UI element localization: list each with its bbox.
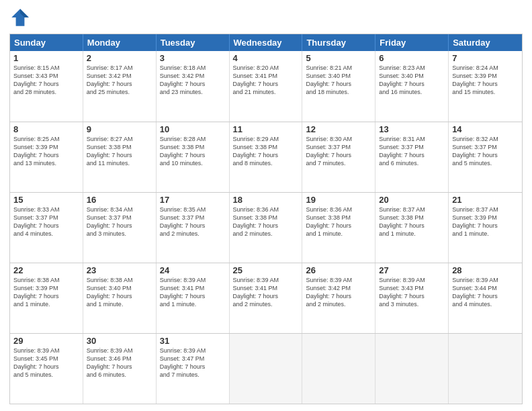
weekday-header-tuesday: Tuesday bbox=[157, 34, 230, 51]
day-cell-19: 19Sunrise: 8:36 AM Sunset: 3:38 PM Dayli… bbox=[302, 193, 375, 263]
day-number: 18 bbox=[233, 195, 299, 205]
day-info: Sunrise: 8:39 AM Sunset: 3:45 PM Dayligh… bbox=[13, 347, 79, 379]
day-number: 26 bbox=[306, 265, 371, 275]
day-cell-20: 20Sunrise: 8:37 AM Sunset: 3:38 PM Dayli… bbox=[375, 193, 449, 263]
day-info: Sunrise: 8:23 AM Sunset: 3:40 PM Dayligh… bbox=[379, 64, 445, 97]
day-info: Sunrise: 8:38 AM Sunset: 3:39 PM Dayligh… bbox=[13, 276, 79, 309]
day-cell-empty bbox=[230, 334, 303, 404]
day-cell-27: 27Sunrise: 8:39 AM Sunset: 3:43 PM Dayli… bbox=[375, 263, 449, 333]
day-number: 12 bbox=[306, 124, 371, 134]
day-info: Sunrise: 8:28 AM Sunset: 3:38 PM Dayligh… bbox=[160, 135, 226, 168]
calendar-body: 1Sunrise: 8:15 AM Sunset: 3:43 PM Daylig… bbox=[10, 51, 522, 404]
calendar: SundayMondayTuesdayWednesdayThursdayFrid… bbox=[9, 34, 523, 404]
day-number: 10 bbox=[160, 124, 226, 134]
day-cell-21: 21Sunrise: 8:37 AM Sunset: 3:39 PM Dayli… bbox=[449, 193, 522, 263]
day-cell-29: 29Sunrise: 8:39 AM Sunset: 3:45 PM Dayli… bbox=[10, 334, 83, 404]
day-cell-8: 8Sunrise: 8:25 AM Sunset: 3:39 PM Daylig… bbox=[10, 122, 83, 192]
header bbox=[9, 7, 523, 28]
day-info: Sunrise: 8:39 AM Sunset: 3:42 PM Dayligh… bbox=[306, 276, 371, 309]
day-number: 15 bbox=[13, 195, 79, 205]
day-info: Sunrise: 8:36 AM Sunset: 3:38 PM Dayligh… bbox=[306, 205, 371, 238]
day-cell-24: 24Sunrise: 8:39 AM Sunset: 3:41 PM Dayli… bbox=[157, 263, 230, 333]
day-number: 20 bbox=[379, 195, 445, 205]
day-cell-empty bbox=[449, 334, 522, 404]
day-number: 2 bbox=[87, 53, 152, 63]
day-cell-6: 6Sunrise: 8:23 AM Sunset: 3:40 PM Daylig… bbox=[375, 51, 449, 122]
page: SundayMondayTuesdayWednesdayThursdayFrid… bbox=[0, 0, 532, 411]
day-number: 29 bbox=[13, 336, 79, 346]
weekday-header-thursday: Thursday bbox=[302, 34, 375, 51]
day-cell-14: 14Sunrise: 8:32 AM Sunset: 3:37 PM Dayli… bbox=[449, 122, 522, 192]
day-cell-12: 12Sunrise: 8:30 AM Sunset: 3:37 PM Dayli… bbox=[302, 122, 375, 192]
day-info: Sunrise: 8:36 AM Sunset: 3:38 PM Dayligh… bbox=[233, 205, 299, 238]
day-cell-30: 30Sunrise: 8:39 AM Sunset: 3:46 PM Dayli… bbox=[83, 334, 157, 404]
week-row-4: 22Sunrise: 8:38 AM Sunset: 3:39 PM Dayli… bbox=[10, 263, 522, 333]
day-cell-15: 15Sunrise: 8:33 AM Sunset: 3:37 PM Dayli… bbox=[10, 193, 83, 263]
day-info: Sunrise: 8:37 AM Sunset: 3:39 PM Dayligh… bbox=[452, 205, 519, 238]
day-cell-5: 5Sunrise: 8:21 AM Sunset: 3:40 PM Daylig… bbox=[302, 51, 375, 122]
day-number: 19 bbox=[306, 195, 371, 205]
day-cell-16: 16Sunrise: 8:34 AM Sunset: 3:37 PM Dayli… bbox=[83, 193, 157, 263]
day-cell-25: 25Sunrise: 8:39 AM Sunset: 3:41 PM Dayli… bbox=[230, 263, 303, 333]
day-number: 3 bbox=[160, 53, 226, 63]
week-row-3: 15Sunrise: 8:33 AM Sunset: 3:37 PM Dayli… bbox=[10, 192, 522, 263]
day-cell-23: 23Sunrise: 8:38 AM Sunset: 3:40 PM Dayli… bbox=[83, 263, 157, 333]
day-info: Sunrise: 8:39 AM Sunset: 3:47 PM Dayligh… bbox=[160, 347, 226, 379]
day-info: Sunrise: 8:39 AM Sunset: 3:44 PM Dayligh… bbox=[452, 276, 519, 309]
day-number: 17 bbox=[160, 195, 226, 205]
day-info: Sunrise: 8:35 AM Sunset: 3:37 PM Dayligh… bbox=[160, 205, 226, 238]
day-number: 7 bbox=[452, 53, 519, 63]
week-row-5: 29Sunrise: 8:39 AM Sunset: 3:45 PM Dayli… bbox=[10, 333, 522, 404]
day-info: Sunrise: 8:31 AM Sunset: 3:37 PM Dayligh… bbox=[379, 135, 445, 168]
day-info: Sunrise: 8:27 AM Sunset: 3:38 PM Dayligh… bbox=[87, 135, 152, 168]
day-info: Sunrise: 8:39 AM Sunset: 3:46 PM Dayligh… bbox=[87, 347, 152, 379]
day-info: Sunrise: 8:34 AM Sunset: 3:37 PM Dayligh… bbox=[87, 205, 152, 238]
day-number: 4 bbox=[233, 53, 299, 63]
day-info: Sunrise: 8:17 AM Sunset: 3:42 PM Dayligh… bbox=[87, 64, 152, 97]
day-info: Sunrise: 8:39 AM Sunset: 3:43 PM Dayligh… bbox=[379, 276, 445, 309]
weekday-header-sunday: Sunday bbox=[10, 34, 83, 51]
day-info: Sunrise: 8:33 AM Sunset: 3:37 PM Dayligh… bbox=[13, 205, 79, 238]
day-number: 8 bbox=[13, 124, 79, 134]
day-cell-11: 11Sunrise: 8:29 AM Sunset: 3:38 PM Dayli… bbox=[230, 122, 303, 192]
day-cell-13: 13Sunrise: 8:31 AM Sunset: 3:37 PM Dayli… bbox=[375, 122, 449, 192]
day-number: 6 bbox=[379, 53, 445, 63]
day-cell-28: 28Sunrise: 8:39 AM Sunset: 3:44 PM Dayli… bbox=[449, 263, 522, 333]
day-number: 9 bbox=[87, 124, 152, 134]
day-cell-4: 4Sunrise: 8:20 AM Sunset: 3:41 PM Daylig… bbox=[230, 51, 303, 122]
day-number: 25 bbox=[233, 265, 299, 275]
day-number: 23 bbox=[87, 265, 152, 275]
day-number: 31 bbox=[160, 336, 226, 346]
day-cell-9: 9Sunrise: 8:27 AM Sunset: 3:38 PM Daylig… bbox=[83, 122, 157, 192]
day-info: Sunrise: 8:24 AM Sunset: 3:39 PM Dayligh… bbox=[452, 64, 519, 97]
day-cell-22: 22Sunrise: 8:38 AM Sunset: 3:39 PM Dayli… bbox=[10, 263, 83, 333]
day-number: 14 bbox=[452, 124, 519, 134]
day-info: Sunrise: 8:39 AM Sunset: 3:41 PM Dayligh… bbox=[233, 276, 299, 309]
day-cell-17: 17Sunrise: 8:35 AM Sunset: 3:37 PM Dayli… bbox=[157, 193, 230, 263]
day-cell-empty bbox=[302, 334, 375, 404]
day-number: 22 bbox=[13, 265, 79, 275]
day-number: 27 bbox=[379, 265, 445, 275]
day-cell-1: 1Sunrise: 8:15 AM Sunset: 3:43 PM Daylig… bbox=[10, 51, 83, 122]
day-info: Sunrise: 8:20 AM Sunset: 3:41 PM Dayligh… bbox=[233, 64, 299, 97]
day-number: 30 bbox=[87, 336, 152, 346]
day-cell-26: 26Sunrise: 8:39 AM Sunset: 3:42 PM Dayli… bbox=[302, 263, 375, 333]
day-number: 28 bbox=[452, 265, 519, 275]
day-info: Sunrise: 8:29 AM Sunset: 3:38 PM Dayligh… bbox=[233, 135, 299, 168]
day-info: Sunrise: 8:39 AM Sunset: 3:41 PM Dayligh… bbox=[160, 276, 226, 309]
logo-icon bbox=[9, 7, 31, 28]
day-info: Sunrise: 8:15 AM Sunset: 3:43 PM Dayligh… bbox=[13, 64, 79, 97]
day-info: Sunrise: 8:18 AM Sunset: 3:42 PM Dayligh… bbox=[160, 64, 226, 97]
weekday-header-saturday: Saturday bbox=[449, 34, 522, 51]
day-info: Sunrise: 8:37 AM Sunset: 3:38 PM Dayligh… bbox=[379, 205, 445, 238]
day-cell-3: 3Sunrise: 8:18 AM Sunset: 3:42 PM Daylig… bbox=[157, 51, 230, 122]
day-info: Sunrise: 8:25 AM Sunset: 3:39 PM Dayligh… bbox=[13, 135, 79, 168]
day-cell-18: 18Sunrise: 8:36 AM Sunset: 3:38 PM Dayli… bbox=[230, 193, 303, 263]
week-row-2: 8Sunrise: 8:25 AM Sunset: 3:39 PM Daylig… bbox=[10, 122, 522, 192]
week-row-1: 1Sunrise: 8:15 AM Sunset: 3:43 PM Daylig… bbox=[10, 51, 522, 122]
day-number: 13 bbox=[379, 124, 445, 134]
weekday-header-wednesday: Wednesday bbox=[230, 34, 303, 51]
weekday-header-monday: Monday bbox=[83, 34, 157, 51]
calendar-header: SundayMondayTuesdayWednesdayThursdayFrid… bbox=[10, 34, 522, 51]
weekday-header-friday: Friday bbox=[375, 34, 449, 51]
